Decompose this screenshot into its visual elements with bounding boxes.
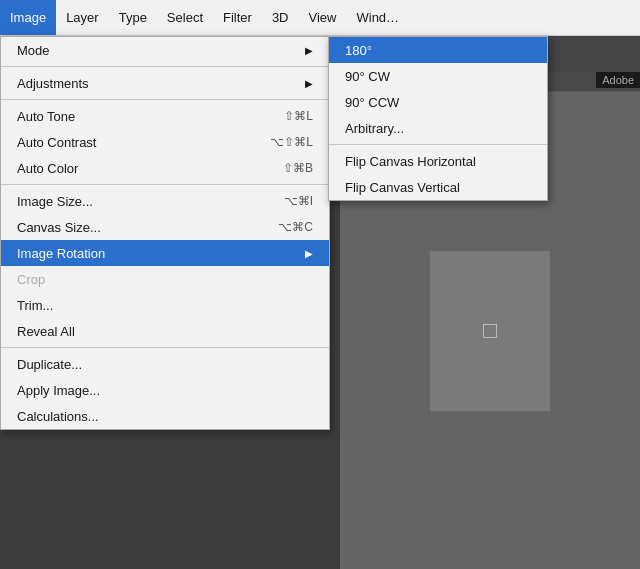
menu-item-layer[interactable]: Layer [56,0,109,35]
submenu-divider [329,144,547,145]
menu-item-view[interactable]: View [299,0,347,35]
submenu-arrow: ▶ [305,45,313,56]
image-menu: Mode ▶ Adjustments ▶ Auto Tone ⇧⌘L Auto … [0,36,330,430]
submenu-flip-horizontal[interactable]: Flip Canvas Horizontal [329,148,547,174]
submenu-flip-vertical[interactable]: Flip Canvas Vertical [329,174,547,200]
menu-crop: Crop [1,266,329,292]
menu-item-image[interactable]: Image [0,0,56,35]
menu-item-type[interactable]: Type [109,0,157,35]
menu-image-size[interactable]: Image Size... ⌥⌘I [1,188,329,214]
submenu-180[interactable]: 180° [329,37,547,63]
menu-auto-color[interactable]: Auto Color ⇧⌘B [1,155,329,181]
menu-bar: Image Layer Type Select Filter 3D View W… [0,0,640,36]
menu-auto-contrast[interactable]: Auto Contrast ⌥⇧⌘L [1,129,329,155]
menu-apply-image[interactable]: Apply Image... [1,377,329,403]
adobe-badge: Adobe [596,72,640,88]
divider-3 [1,184,329,185]
menu-trim[interactable]: Trim... [1,292,329,318]
canvas-selection [483,324,497,338]
canvas-document [430,251,550,411]
menu-item-filter[interactable]: Filter [213,0,262,35]
submenu-90ccw[interactable]: 90° CCW [329,89,547,115]
menu-calculations[interactable]: Calculations... [1,403,329,429]
menu-mode[interactable]: Mode ▶ [1,37,329,63]
divider-4 [1,347,329,348]
menu-auto-tone[interactable]: Auto Tone ⇧⌘L [1,103,329,129]
menu-canvas-size[interactable]: Canvas Size... ⌥⌘C [1,214,329,240]
menu-duplicate[interactable]: Duplicate... [1,351,329,377]
menu-reveal-all[interactable]: Reveal All [1,318,329,344]
menu-item-select[interactable]: Select [157,0,213,35]
menu-adjustments[interactable]: Adjustments ▶ [1,70,329,96]
submenu-arrow-rotation: ▶ [305,248,313,259]
menu-item-wind[interactable]: Wind… [346,0,409,35]
menu-image-rotation[interactable]: Image Rotation ▶ [1,240,329,266]
menu-item-3d[interactable]: 3D [262,0,299,35]
divider-2 [1,99,329,100]
divider-1 [1,66,329,67]
rotation-submenu: 180° 90° CW 90° CCW Arbitrary... Flip Ca… [328,36,548,201]
submenu-arrow-adj: ▶ [305,78,313,89]
submenu-arbitrary[interactable]: Arbitrary... [329,115,547,141]
submenu-90cw[interactable]: 90° CW [329,63,547,89]
